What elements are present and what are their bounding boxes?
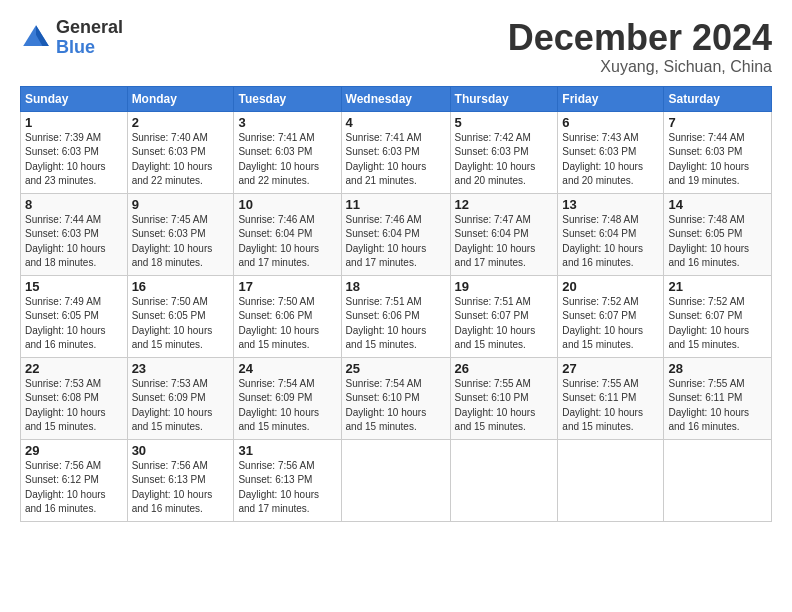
day-4: 4Sunrise: 7:41 AMSunset: 6:03 PMDaylight… [341, 111, 450, 193]
col-friday: Friday [558, 86, 664, 111]
month-title: December 2024 [508, 18, 772, 58]
week-2: 8Sunrise: 7:44 AMSunset: 6:03 PMDaylight… [21, 193, 772, 275]
day-5: 5Sunrise: 7:42 AMSunset: 6:03 PMDaylight… [450, 111, 558, 193]
col-thursday: Thursday [450, 86, 558, 111]
day-14: 14Sunrise: 7:48 AMSunset: 6:05 PMDayligh… [664, 193, 772, 275]
day-16: 16Sunrise: 7:50 AMSunset: 6:05 PMDayligh… [127, 275, 234, 357]
week-4: 22Sunrise: 7:53 AMSunset: 6:08 PMDayligh… [21, 357, 772, 439]
col-monday: Monday [127, 86, 234, 111]
day-9: 9Sunrise: 7:45 AMSunset: 6:03 PMDaylight… [127, 193, 234, 275]
day-17: 17Sunrise: 7:50 AMSunset: 6:06 PMDayligh… [234, 275, 341, 357]
day-27: 27Sunrise: 7:55 AMSunset: 6:11 PMDayligh… [558, 357, 664, 439]
empty-2 [450, 439, 558, 521]
col-saturday: Saturday [664, 86, 772, 111]
day-12: 12Sunrise: 7:47 AMSunset: 6:04 PMDayligh… [450, 193, 558, 275]
week-3: 15Sunrise: 7:49 AMSunset: 6:05 PMDayligh… [21, 275, 772, 357]
day-23: 23Sunrise: 7:53 AMSunset: 6:09 PMDayligh… [127, 357, 234, 439]
title-section: December 2024 Xuyang, Sichuan, China [508, 18, 772, 76]
empty-4 [664, 439, 772, 521]
location: Xuyang, Sichuan, China [508, 58, 772, 76]
day-8: 8Sunrise: 7:44 AMSunset: 6:03 PMDaylight… [21, 193, 128, 275]
day-13: 13Sunrise: 7:48 AMSunset: 6:04 PMDayligh… [558, 193, 664, 275]
week-5: 29Sunrise: 7:56 AMSunset: 6:12 PMDayligh… [21, 439, 772, 521]
day-7: 7Sunrise: 7:44 AMSunset: 6:03 PMDaylight… [664, 111, 772, 193]
calendar-table: Sunday Monday Tuesday Wednesday Thursday… [20, 86, 772, 522]
day-3: 3Sunrise: 7:41 AMSunset: 6:03 PMDaylight… [234, 111, 341, 193]
day-21: 21Sunrise: 7:52 AMSunset: 6:07 PMDayligh… [664, 275, 772, 357]
logo-blue-text: Blue [56, 38, 123, 58]
day-19: 19Sunrise: 7:51 AMSunset: 6:07 PMDayligh… [450, 275, 558, 357]
day-29: 29Sunrise: 7:56 AMSunset: 6:12 PMDayligh… [21, 439, 128, 521]
day-25: 25Sunrise: 7:54 AMSunset: 6:10 PMDayligh… [341, 357, 450, 439]
day-15: 15Sunrise: 7:49 AMSunset: 6:05 PMDayligh… [21, 275, 128, 357]
day-30: 30Sunrise: 7:56 AMSunset: 6:13 PMDayligh… [127, 439, 234, 521]
col-sunday: Sunday [21, 86, 128, 111]
header: General Blue December 2024 Xuyang, Sichu… [20, 18, 772, 76]
logo-text: General Blue [56, 18, 123, 58]
day-10: 10Sunrise: 7:46 AMSunset: 6:04 PMDayligh… [234, 193, 341, 275]
empty-3 [558, 439, 664, 521]
day-28: 28Sunrise: 7:55 AMSunset: 6:11 PMDayligh… [664, 357, 772, 439]
day-2: 2Sunrise: 7:40 AMSunset: 6:03 PMDaylight… [127, 111, 234, 193]
day-26: 26Sunrise: 7:55 AMSunset: 6:10 PMDayligh… [450, 357, 558, 439]
day-24: 24Sunrise: 7:54 AMSunset: 6:09 PMDayligh… [234, 357, 341, 439]
col-tuesday: Tuesday [234, 86, 341, 111]
week-1: 1Sunrise: 7:39 AMSunset: 6:03 PMDaylight… [21, 111, 772, 193]
empty-1 [341, 439, 450, 521]
logo: General Blue [20, 18, 123, 58]
logo-general-text: General [56, 18, 123, 38]
page: General Blue December 2024 Xuyang, Sichu… [0, 0, 792, 532]
day-18: 18Sunrise: 7:51 AMSunset: 6:06 PMDayligh… [341, 275, 450, 357]
day-11: 11Sunrise: 7:46 AMSunset: 6:04 PMDayligh… [341, 193, 450, 275]
calendar-header-row: Sunday Monday Tuesday Wednesday Thursday… [21, 86, 772, 111]
col-wednesday: Wednesday [341, 86, 450, 111]
day-1: 1Sunrise: 7:39 AMSunset: 6:03 PMDaylight… [21, 111, 128, 193]
day-6: 6Sunrise: 7:43 AMSunset: 6:03 PMDaylight… [558, 111, 664, 193]
day-31: 31Sunrise: 7:56 AMSunset: 6:13 PMDayligh… [234, 439, 341, 521]
logo-icon [20, 22, 52, 54]
day-20: 20Sunrise: 7:52 AMSunset: 6:07 PMDayligh… [558, 275, 664, 357]
day-22: 22Sunrise: 7:53 AMSunset: 6:08 PMDayligh… [21, 357, 128, 439]
